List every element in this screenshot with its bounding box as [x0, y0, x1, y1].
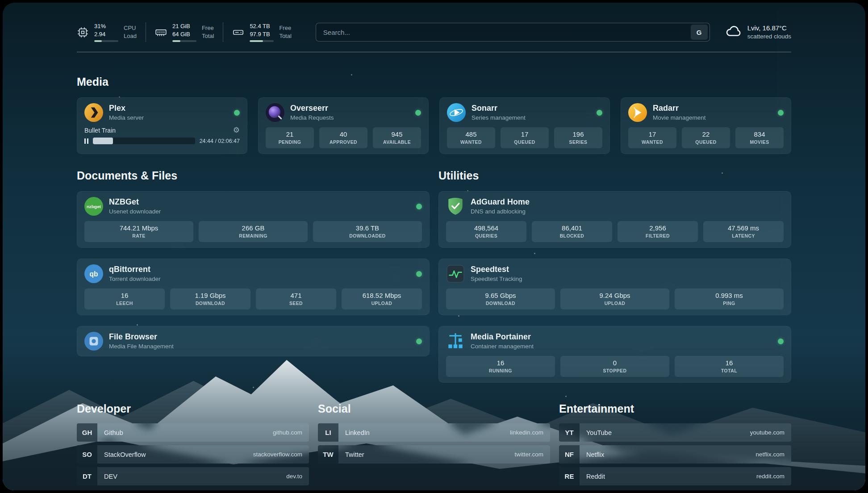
- stat-box: 0STOPPED: [560, 356, 669, 377]
- app-card-overseerr[interactable]: Overseerr Media Requests 21PENDING 40APP…: [258, 97, 429, 154]
- stat-box: 498,564QUERIES: [446, 221, 526, 242]
- status-indicator: [778, 110, 784, 116]
- app-subtitle: Speedtest Tracking: [471, 276, 522, 283]
- bookmark-dev[interactable]: DT DEV dev.to: [77, 467, 309, 485]
- app-title: Media Portainer: [471, 332, 534, 342]
- bookmark-abbr: SO: [77, 445, 97, 464]
- status-indicator: [778, 338, 784, 344]
- app-card-radarr[interactable]: Radarr Movie management 17WANTED 22QUEUE…: [621, 97, 791, 154]
- stat-box: 16RUNNING: [446, 356, 555, 377]
- ram-free: 21 GiB: [172, 22, 196, 30]
- bookmark-url: youtube.com: [750, 429, 791, 436]
- app-card-qbittorrent[interactable]: qb qBittorrent Torrent downloader 16LEEC…: [77, 259, 430, 315]
- stat-value: 1.19 Gbps: [172, 292, 249, 299]
- header-divider: [77, 52, 791, 52]
- disk-values: 52.4 TB 97.9 TB: [250, 22, 274, 42]
- stat-value: 9.65 Gbps: [448, 292, 553, 299]
- bookmark-url: stackoverflow.com: [253, 451, 309, 458]
- stat-value: 39.6 TB: [315, 224, 420, 232]
- weather-widget[interactable]: Lviv, 16.87°C scattered clouds: [725, 23, 791, 42]
- stat-value: 17: [502, 130, 547, 138]
- gear-icon[interactable]: ⚙: [233, 126, 240, 134]
- cpu-progress-bar: [94, 40, 118, 42]
- cpu-stat-widget: 31% 2.94 CPU Load: [77, 22, 146, 42]
- disk-stat-widget: 52.4 TB 97.9 TB Free Total: [223, 22, 300, 42]
- sonarr-icon: [447, 103, 466, 122]
- stat-label: QUEUED: [502, 139, 547, 145]
- stat-box: 40APPROVED: [319, 127, 367, 148]
- app-card-nzbget[interactable]: nzbget NZBGet Usenet downloader 744.21 M…: [77, 191, 430, 248]
- top-bar: 31% 2.94 CPU Load 21 GiB 64 GiB: [77, 18, 791, 46]
- stat-value: 266 GB: [200, 224, 306, 232]
- search-bar: G: [316, 23, 710, 42]
- stat-value: 618.52 Mbps: [343, 292, 420, 299]
- stat-box: 266 GBREMAINING: [199, 221, 308, 242]
- stat-label: DOWNLOAD: [448, 301, 553, 306]
- speedtest-icon: [446, 264, 465, 283]
- stat-label: QUERIES: [448, 233, 525, 238]
- pause-button[interactable]: [84, 138, 88, 144]
- stat-value: 21: [267, 130, 312, 138]
- stat-box: 945AVAILABLE: [373, 127, 421, 148]
- app-subtitle: Movie management: [653, 114, 706, 122]
- stat-box: 834MOVIES: [735, 127, 784, 148]
- bookmark-netflix[interactable]: NF Netflix netflix.com: [559, 445, 791, 464]
- stat-box: 744.21 MbpsRATE: [84, 221, 193, 242]
- filebrowser-icon: [84, 332, 103, 351]
- weather-location: Lviv, 16.87°C: [747, 23, 791, 33]
- stat-box: 17WANTED: [628, 127, 676, 148]
- stat-label: RUNNING: [448, 368, 553, 373]
- app-card-speedtest[interactable]: Speedtest Speedtest Tracking 9.65 GbpsDO…: [438, 259, 791, 315]
- stat-value: 16: [86, 292, 163, 299]
- app-card-filebrowser[interactable]: File Browser Media File Management: [77, 326, 430, 356]
- ram-values: 21 GiB 64 GiB: [172, 22, 196, 42]
- stat-value: 16: [448, 359, 553, 367]
- ram-total: 64 GiB: [172, 30, 196, 38]
- stat-value: 744.21 Mbps: [86, 224, 192, 232]
- app-subtitle: Torrent downloader: [109, 276, 161, 283]
- disk-progress-bar: [250, 40, 274, 42]
- stat-box: 17QUEUED: [501, 127, 549, 148]
- stat-label: TOTAL: [676, 368, 782, 373]
- bookmark-stackoverflow[interactable]: SO StackOverflow stackoverflow.com: [77, 445, 309, 464]
- bookmark-abbr: LI: [318, 423, 338, 442]
- bookmark-linkedin[interactable]: LI LinkedIn linkedin.com: [318, 423, 550, 442]
- app-title: AdGuard Home: [471, 197, 530, 207]
- stat-label: LATENCY: [705, 233, 782, 238]
- portainer-icon: [446, 332, 465, 351]
- stat-box: 196SERIES: [554, 127, 602, 148]
- status-indicator: [597, 110, 602, 116]
- bookmark-twitter[interactable]: TW Twitter twitter.com: [318, 445, 550, 464]
- search-engine-button[interactable]: G: [691, 25, 708, 40]
- stat-value: 86,401: [534, 224, 610, 232]
- bookmark-github[interactable]: GH Github github.com: [77, 423, 309, 442]
- app-card-plex[interactable]: Plex Media server Bullet Train ⚙ 24:44 /…: [77, 97, 247, 154]
- stat-box: 21PENDING: [266, 127, 314, 148]
- stat-box: 22QUEUED: [682, 127, 730, 148]
- bookmark-name: Github: [104, 429, 123, 436]
- stat-value: 2,956: [619, 224, 696, 232]
- bookmark-url: dev.to: [286, 473, 309, 480]
- svg-text:qb: qb: [89, 270, 98, 278]
- bookmark-name: StackOverflow: [104, 451, 146, 458]
- stat-label: STOPPED: [562, 368, 668, 373]
- app-card-portainer[interactable]: Media Portainer Container management 16R…: [438, 326, 791, 383]
- cpu-labels: CPU Load: [124, 24, 137, 40]
- app-card-sonarr[interactable]: Sonarr Series management 485WANTED 17QUE…: [439, 97, 610, 154]
- bookmark-reddit[interactable]: RE Reddit reddit.com: [559, 467, 791, 485]
- stat-label: LEECH: [86, 301, 163, 306]
- status-indicator: [416, 271, 422, 277]
- app-card-adguard[interactable]: AdGuard Home DNS and adblocking 498,564Q…: [438, 191, 791, 248]
- app-title: Speedtest: [471, 264, 522, 275]
- disk-free: 52.4 TB: [250, 22, 274, 30]
- stat-box: 9.65 GbpsDOWNLOAD: [446, 288, 555, 309]
- stat-box: 86,401BLOCKED: [532, 221, 612, 242]
- stat-value: 22: [684, 130, 728, 138]
- bookmark-youtube[interactable]: YT YouTube youtube.com: [559, 423, 791, 442]
- ram-labels: Free Total: [202, 24, 214, 40]
- stat-value: 47.569 ms: [705, 224, 782, 232]
- stat-label: UPLOAD: [562, 301, 668, 306]
- section-title-developer: Developer: [77, 402, 309, 415]
- stat-box: 47.569 msLATENCY: [703, 221, 784, 242]
- search-input[interactable]: [316, 25, 691, 40]
